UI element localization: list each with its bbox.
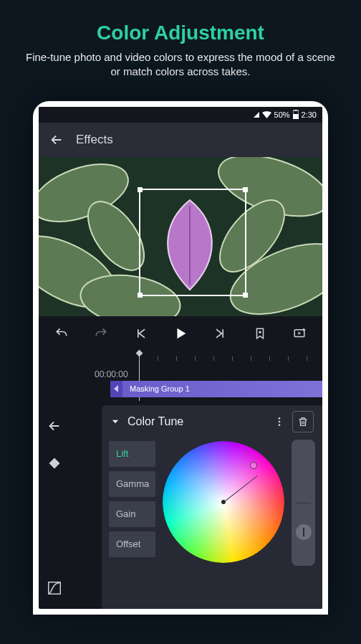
signal-icon (254, 112, 259, 118)
panel-title: Color Tune (127, 415, 183, 428)
more-vert-icon[interactable] (274, 415, 285, 428)
slider-thumb[interactable] (296, 524, 312, 540)
back-icon[interactable] (49, 132, 64, 148)
promo-title: Color Adjustment (97, 22, 264, 44)
color-tune-tabs: Lift Gamma Gain Offset (109, 441, 155, 605)
redo-icon[interactable] (91, 326, 111, 341)
mask-selection-box[interactable] (139, 189, 246, 296)
color-wheel[interactable] (163, 441, 284, 563)
undo-icon[interactable] (52, 326, 72, 341)
panel-side-rail (39, 405, 70, 609)
svg-point-13 (279, 417, 281, 420)
color-wheel-handle[interactable] (250, 462, 257, 469)
android-status-bar: 50% 2:30 (39, 107, 322, 123)
loop-icon[interactable] (289, 327, 309, 340)
color-tune-panel: Color Tune Lift Gamma Gain Offset (102, 405, 322, 609)
timeline-ruler (139, 356, 322, 361)
timeline-clip[interactable]: Masking Group 1 (110, 381, 322, 397)
play-icon[interactable] (170, 326, 191, 341)
trash-icon[interactable] (292, 411, 314, 432)
device-frame: 50% 2:30 Effects (33, 101, 328, 615)
keyframe-icon[interactable] (48, 457, 61, 470)
promo-subtitle: Fine-tune photo and video colors to expr… (0, 50, 361, 80)
skip-end-icon[interactable] (210, 326, 230, 341)
timeline[interactable]: 00:00:00 Masking Group 1 (39, 351, 322, 401)
collapse-panel-icon[interactable] (47, 418, 62, 434)
curves-icon[interactable] (47, 580, 62, 596)
app-bar: Effects (39, 123, 322, 157)
caret-down-icon[interactable] (110, 417, 120, 427)
video-preview[interactable] (39, 157, 322, 316)
timecode: 00:00:00 (95, 369, 128, 379)
tab-gain[interactable]: Gain (109, 501, 155, 527)
battery-percent: 50% (274, 110, 290, 119)
svg-rect-2 (294, 110, 297, 111)
clip-trim-handle[interactable] (110, 381, 122, 397)
bookmark-add-icon[interactable] (250, 326, 270, 341)
clock: 2:30 (302, 110, 317, 119)
skip-start-icon[interactable] (131, 326, 151, 341)
svg-point-15 (279, 424, 281, 426)
svg-point-14 (279, 420, 281, 422)
svg-rect-1 (293, 114, 299, 119)
screen-title: Effects (76, 133, 113, 147)
transport-bar (39, 316, 322, 351)
clip-label: Masking Group 1 (130, 384, 190, 393)
battery-icon (293, 110, 299, 119)
luminance-slider[interactable] (292, 440, 315, 566)
tab-lift[interactable]: Lift (109, 441, 155, 467)
tab-offset[interactable]: Offset (109, 531, 155, 557)
tab-gamma[interactable]: Gamma (109, 471, 155, 497)
wifi-icon (262, 111, 271, 118)
